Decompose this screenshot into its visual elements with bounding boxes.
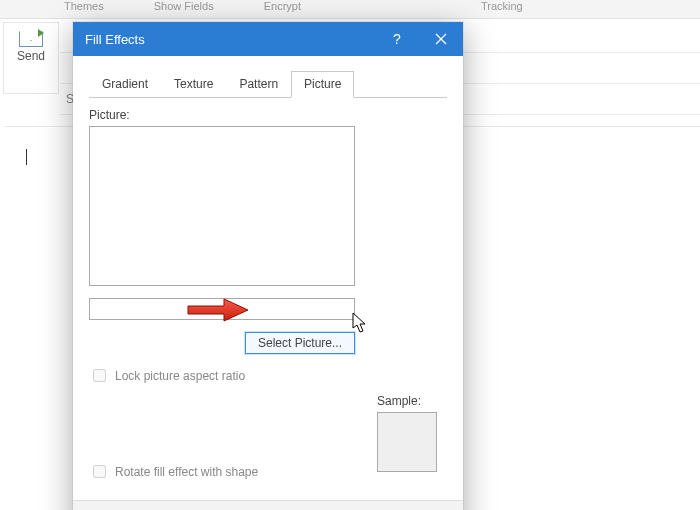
tabs: Gradient Texture Pattern Picture [89, 70, 447, 98]
tab-picture[interactable]: Picture [291, 71, 354, 98]
rotate-label: Rotate fill effect with shape [115, 465, 258, 479]
lock-aspect-label: Lock picture aspect ratio [115, 369, 245, 383]
dialog-body: Gradient Texture Pattern Picture Picture… [73, 56, 463, 500]
tab-texture[interactable]: Texture [161, 71, 226, 98]
sample-area: Sample: [377, 394, 437, 472]
close-button[interactable] [419, 22, 463, 56]
ribbon-group-themes: Themes [64, 0, 104, 12]
rotate-checkbox[interactable] [93, 465, 106, 478]
sample-preview [377, 412, 437, 472]
send-arrow-icon [38, 29, 44, 37]
rotate-row: Rotate fill effect with shape [89, 462, 258, 481]
send-button[interactable]: Send [3, 22, 59, 94]
ribbon-group-labels: Themes Show Fields Encrypt Tracking More… [0, 0, 700, 19]
sample-label: Sample: [377, 394, 437, 408]
dialog-footer: OK Cancel [73, 500, 463, 510]
select-picture-button[interactable]: Select Picture... [245, 332, 355, 354]
ribbon-group-encrypt: Encrypt [264, 0, 301, 12]
lock-aspect-checkbox[interactable] [93, 369, 106, 382]
dialog-title: Fill Effects [85, 32, 375, 47]
picture-path-field[interactable] [89, 298, 355, 320]
tab-gradient[interactable]: Gradient [89, 71, 161, 98]
dialog-titlebar[interactable]: Fill Effects ? [73, 22, 463, 56]
send-label: Send [4, 49, 58, 63]
ribbon-group-tracking: Tracking [481, 0, 523, 12]
help-button[interactable]: ? [375, 22, 419, 56]
tab-pattern[interactable]: Pattern [226, 71, 291, 98]
picture-preview [89, 126, 355, 286]
lock-aspect-row: Lock picture aspect ratio [89, 366, 447, 385]
help-icon: ? [393, 31, 401, 47]
close-icon [435, 33, 447, 45]
picture-section-label: Picture: [89, 108, 447, 122]
ribbon-group-showfields: Show Fields [154, 0, 214, 12]
text-cursor [26, 149, 27, 165]
fill-effects-dialog: Fill Effects ? Gradient Texture Pattern … [73, 22, 463, 510]
